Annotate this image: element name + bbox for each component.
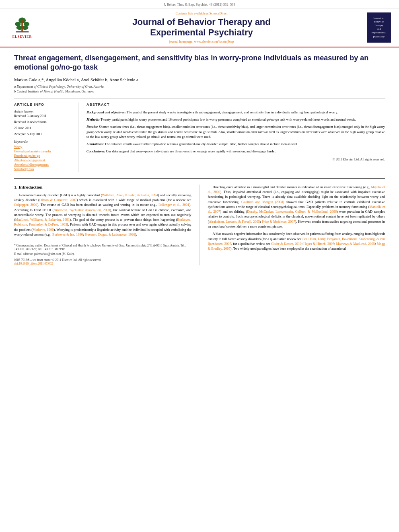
footnote-area: * Corresponding author. Department of Cl… bbox=[14, 241, 191, 256]
abstract-background: Background and objectives: The goal of t… bbox=[86, 110, 385, 115]
ref-dorahy[interactable]: Dorahy, McCusker, Loewenstein, Colbert, … bbox=[247, 210, 337, 214]
keyword-2[interactable]: Emotional go/no-go bbox=[14, 154, 72, 158]
revised-label: Received in revised form bbox=[14, 120, 72, 124]
ref-hayes[interactable]: Hayes & Hirsch, 2007 bbox=[303, 242, 334, 246]
keyword-1[interactable]: Generalized anxiety disorder bbox=[14, 150, 72, 153]
top-citation-bar: J. Behav. Ther. & Exp. Psychiat. 43 (201… bbox=[0, 0, 399, 8]
copyright-text: © 2011 Elsevier Ltd. All rights reserved… bbox=[86, 157, 385, 162]
abstract-title: ABSTRACT bbox=[86, 103, 385, 107]
ref-macleod[interactable]: MacLeod, Williams, & Bekerian, 1991 bbox=[15, 218, 70, 222]
keywords-label: Keywords: bbox=[14, 140, 72, 144]
cover-text: journal of behavior therapy and experime… bbox=[372, 16, 387, 39]
affiliations: a Department of Clinical Psychology, Uni… bbox=[14, 84, 385, 93]
svg-rect-6 bbox=[21, 20, 23, 31]
left-body-column: 1. Introduction Generalized anxiety diso… bbox=[14, 185, 191, 266]
accepted-date: Accepted 5 July 2011 bbox=[14, 132, 72, 136]
results-text: Shorter reaction times (i.e., threat eng… bbox=[86, 125, 385, 139]
right-para1: Directing one's attention in a meaningfu… bbox=[208, 185, 385, 229]
abstract-conclusions: Conclusions: Our data suggest that worry… bbox=[86, 149, 385, 154]
journal-cover: journal of behavior therapy and experime… bbox=[367, 12, 391, 43]
abstract-limitations: Limitations: The obtained results await … bbox=[86, 142, 385, 146]
results-label: Results: bbox=[86, 125, 98, 129]
journal-header: ELSEVIER Contents lists available at Sci… bbox=[0, 8, 399, 47]
journal-name: Journal of Behavior Therapy and Experime… bbox=[40, 17, 363, 38]
intro-body-text: Generalized anxiety disorder (GAD) is a … bbox=[14, 193, 191, 237]
doi-link[interactable]: doi:10.1016/j.jbtep.2011.07.002 bbox=[14, 262, 53, 265]
methods-text: Twenty participants high in worry pronen… bbox=[101, 117, 356, 121]
keyword-5[interactable]: Sensitivity bias bbox=[14, 167, 72, 171]
elsevier-tree-icon bbox=[11, 16, 33, 34]
email-label: E-mail address: bbox=[14, 252, 33, 256]
sciencedirect-link[interactable]: ScienceDirect bbox=[210, 12, 228, 15]
affiliation-b: b Central Institute of Mental Health, Ma… bbox=[14, 89, 385, 93]
corresponding-author-note: * Corresponding author. Department of Cl… bbox=[14, 244, 191, 251]
keyword-4[interactable]: Attentional disengagement bbox=[14, 163, 72, 166]
ref-olfson[interactable]: Olfson & Gameroff, 2007 bbox=[39, 198, 77, 202]
authors-line: Markus Gole a,*, Angelika Köchel a, Axel… bbox=[14, 77, 385, 82]
ref-borkovec-inz[interactable]: Borkovec & Inz, 1990 bbox=[52, 232, 83, 236]
keyword-3[interactable]: Attentional engagement bbox=[14, 158, 72, 162]
email-address: golemarkus@aim.com (M. Gole). bbox=[34, 252, 75, 256]
authors-text: Markus Gole a,*, Angelika Köchel a, Axel… bbox=[14, 77, 138, 82]
abstract-results: Results: Shorter reaction times (i.e., t… bbox=[86, 124, 385, 139]
issn-text: 0005-7916/$ – see front matter © 2011 El… bbox=[14, 258, 191, 262]
column-divider bbox=[200, 185, 200, 266]
background-text: The goal of the present study was to inv… bbox=[127, 110, 338, 114]
elsevier-logo: ELSEVIER bbox=[8, 16, 36, 39]
right-para2: A bias towards negative information has … bbox=[208, 231, 385, 251]
cover-box: journal of behavior therapy and experime… bbox=[367, 12, 391, 43]
intro-heading: 1. Introduction bbox=[14, 185, 191, 189]
ref-airaksinen[interactable]: Airaksinen, Larsson, & Forsell, 2005 bbox=[209, 220, 260, 224]
limitations-label: Limitations: bbox=[86, 142, 104, 146]
keyword-0[interactable]: Worry bbox=[14, 145, 72, 149]
conclusions-text: Our data suggest that worry-prone indivi… bbox=[106, 149, 276, 153]
ref-mathews90[interactable]: Mathews, 1990 bbox=[33, 228, 54, 232]
email-note: E-mail address: golemarkus@aim.com (M. G… bbox=[14, 252, 191, 256]
info-columns: ARTICLE INFO Article history: Received 3… bbox=[14, 98, 385, 172]
right-body-text: Directing one's attention in a meaningfu… bbox=[208, 185, 385, 251]
citation-text: J. Behav. Ther. & Exp. Psychiat. 43 (201… bbox=[164, 2, 235, 6]
conclusions-label: Conclusions: bbox=[86, 149, 105, 153]
intro-para1: Generalized anxiety disorder (GAD) is a … bbox=[14, 193, 191, 237]
body-section: 1. Introduction Generalized anxiety diso… bbox=[14, 178, 385, 266]
ref-miyake[interactable]: Miyake et al., 2000 bbox=[208, 185, 385, 194]
abstract-text: Background and objectives: The goal of t… bbox=[86, 110, 385, 162]
journal-title-center: Contents lists available at ScienceDirec… bbox=[40, 12, 363, 43]
background-label: Background and objectives: bbox=[86, 110, 126, 114]
article-info-panel: ARTICLE INFO Article history: Received 3… bbox=[14, 103, 78, 172]
ref-freeston[interactable]: Freeston, Dugas, & Ladouceur, 1996 bbox=[84, 232, 135, 236]
page-wrapper: J. Behav. Ther. & Exp. Psychiat. 43 (201… bbox=[0, 0, 399, 532]
abstract-methods: Methods: Twenty participants high in wor… bbox=[86, 117, 385, 122]
ref-ballenger[interactable]: Ballenger et al., 2001 bbox=[158, 203, 189, 207]
ref-apa[interactable]: American Psychiatric Association, 2000 bbox=[53, 208, 110, 212]
article-info-title: ARTICLE INFO bbox=[14, 103, 72, 107]
abstract-section: ABSTRACT Background and objectives: The … bbox=[86, 103, 385, 172]
article-content: Threat engagement, disengagement, and se… bbox=[0, 47, 399, 272]
methods-label: Methods: bbox=[86, 117, 100, 121]
ref-mathews05[interactable]: Mathews & MacLeod, 2005 bbox=[336, 242, 375, 246]
sciencedirect-line: Contents lists available at ScienceDirec… bbox=[40, 12, 363, 15]
ref-culpepper[interactable]: Culpepper, 2009 bbox=[14, 203, 37, 207]
received-date: Received 3 January 2011 bbox=[14, 114, 72, 118]
right-body-column: Directing one's attention in a meaningfu… bbox=[208, 185, 385, 266]
article-title: Threat engagement, disengagement, and se… bbox=[14, 53, 385, 72]
ref-gualtieri[interactable]: Gualtieri and Morgan (2008) bbox=[241, 200, 284, 204]
sciencedirect-prefix: Contents lists available at bbox=[176, 12, 209, 15]
svg-rect-7 bbox=[16, 31, 29, 33]
journal-homepage: journal homepage: www.elsevier.com/locat… bbox=[40, 40, 363, 43]
limitations-text: The obtained results await further repli… bbox=[105, 142, 298, 146]
doi-area: 0005-7916/$ – see front matter © 2011 El… bbox=[14, 258, 191, 265]
ref-cisler[interactable]: Cisler & Koster, 2010 bbox=[271, 242, 301, 246]
doi-text: doi:10.1016/j.jbtep.2011.07.002 bbox=[14, 262, 191, 265]
revised-date: 27 June 2011 bbox=[14, 126, 72, 130]
affiliation-a: a Department of Clinical Psychology, Uni… bbox=[14, 84, 385, 88]
history-label: Article history: bbox=[14, 110, 72, 113]
ref-price[interactable]: Price & Mohlman, 2007 bbox=[262, 220, 295, 224]
ref-wittchen[interactable]: Wittchen, Zhao, Kessler, & Eaton, 1994 bbox=[102, 193, 158, 197]
elsevier-text: ELSEVIER bbox=[12, 35, 32, 39]
